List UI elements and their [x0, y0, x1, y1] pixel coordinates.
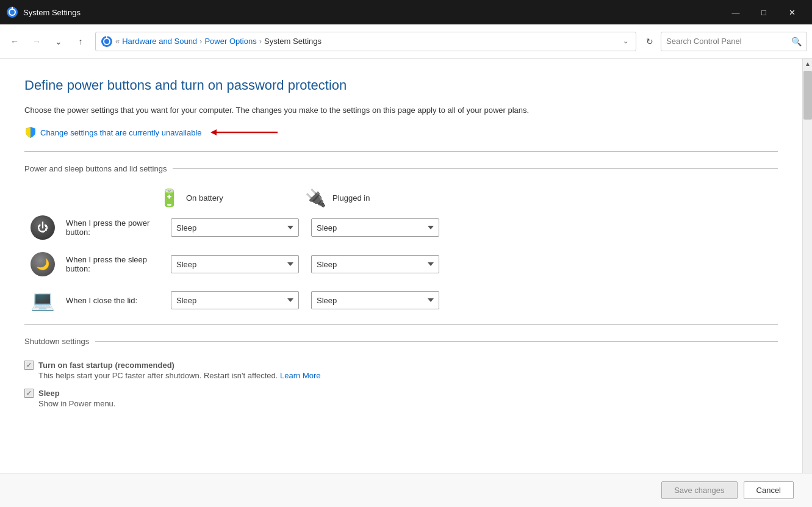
page-description: Choose the power settings that you want …: [24, 104, 549, 117]
save-changes-button: Save changes: [661, 481, 737, 499]
power-sleep-section-header: Power and sleep buttons and lid settings: [24, 164, 778, 173]
plugged-in-icon: 🔌: [305, 188, 326, 208]
power-button-row: ⏻ When I press the power button: Sleep D…: [24, 215, 778, 240]
sleep-button-battery-select[interactable]: Sleep Do nothing Hibernate Shut down Tur…: [171, 255, 299, 273]
on-battery-label: On battery: [186, 193, 223, 203]
breadcrumb-double-arrow: «: [115, 37, 120, 46]
minimize-button[interactable]: —: [722, 0, 750, 24]
red-arrow-annotation: [210, 126, 284, 139]
up-button[interactable]: ↑: [71, 32, 90, 51]
shutdown-section: Turn on fast startup (recommended) This …: [24, 361, 778, 408]
plugged-in-label: Plugged in: [332, 193, 370, 203]
address-dropdown-button[interactable]: ⌄: [620, 36, 631, 46]
app-icon: [6, 6, 18, 18]
bottom-spacer: [24, 408, 778, 445]
close-button[interactable]: ✕: [778, 0, 806, 24]
sleep-checkbox-row: Sleep: [24, 389, 778, 398]
fast-startup-checkbox[interactable]: [24, 361, 34, 370]
lid-close-row: 💻 When I close the lid: Sleep Do nothing…: [24, 289, 778, 312]
search-icon: 🔍: [791, 37, 802, 46]
lid-close-label: When I close the lid:: [61, 296, 159, 305]
sleep-shutdown-item: Sleep Show in Power menu.: [24, 389, 778, 408]
lid-close-plugged-select[interactable]: Sleep Do nothing Hibernate Shut down Tur…: [311, 291, 439, 309]
refresh-button[interactable]: ↻: [641, 33, 658, 50]
plugged-in-header: 🔌 Plugged in: [305, 188, 451, 208]
sleep-button-icon-area: 🌙: [24, 252, 61, 276]
address-bar-icon: [101, 35, 113, 48]
fast-startup-checkbox-row: Turn on fast startup (recommended): [24, 361, 778, 370]
page-title: Define power buttons and turn on passwor…: [24, 77, 778, 95]
search-bar[interactable]: 🔍: [661, 32, 807, 51]
cancel-button[interactable]: Cancel: [744, 481, 794, 499]
battery-icon: 🔋: [159, 188, 180, 208]
forward-button: →: [27, 32, 46, 51]
lid-close-icon-area: 💻: [24, 289, 61, 312]
breadcrumb-text: « Hardware and Sound › Power Options › S…: [115, 37, 618, 46]
lid-close-dropdowns: Sleep Do nothing Hibernate Shut down Tur…: [159, 291, 778, 309]
fast-startup-label: Turn on fast startup (recommended): [38, 361, 174, 370]
recent-pages-button[interactable]: ⌄: [49, 32, 68, 51]
sleep-button-label: When I press the sleep button:: [61, 255, 159, 273]
section-divider-1: [24, 151, 778, 152]
back-button[interactable]: ←: [5, 32, 24, 51]
main-container: Define power buttons and turn on passwor…: [0, 59, 812, 507]
sleep-shutdown-checkbox[interactable]: [24, 389, 34, 398]
breadcrumb-power-options[interactable]: Power Options: [204, 37, 256, 46]
titlebar: System Settings — □ ✕: [0, 0, 812, 24]
sleep-button-plugged-select[interactable]: Sleep Do nothing Hibernate Shut down Tur…: [311, 255, 439, 273]
learn-more-link[interactable]: Learn More: [280, 371, 320, 380]
breadcrumb-sep2: ›: [259, 37, 262, 46]
change-settings-row: Change settings that are currently unava…: [24, 126, 778, 139]
window-controls: — □ ✕: [722, 0, 806, 24]
scrollbar-up-arrow[interactable]: ▲: [803, 59, 812, 68]
power-button-plugged-select[interactable]: Sleep Do nothing Hibernate Shut down Tur…: [311, 218, 439, 237]
search-input[interactable]: [666, 37, 789, 46]
fast-startup-description: This helps start your PC faster after sh…: [24, 371, 778, 380]
sleep-button-dropdowns: Sleep Do nothing Hibernate Shut down Tur…: [159, 255, 778, 273]
fast-startup-item: Turn on fast startup (recommended) This …: [24, 361, 778, 380]
column-headers: 🔋 On battery 🔌 Plugged in: [24, 188, 778, 215]
shutdown-section-header: Shutdown settings: [24, 337, 778, 346]
content-area: Define power buttons and turn on passwor…: [0, 59, 802, 507]
scrollbar-track: ▲ ▼: [802, 59, 812, 507]
sleep-button-icon: 🌙: [31, 252, 55, 276]
svg-marker-7: [210, 129, 217, 135]
on-battery-header: 🔋 On battery: [159, 188, 305, 208]
navbar: ← → ⌄ ↑ « Hardware and Sound › Power Opt…: [0, 24, 812, 59]
power-sleep-section-label: Power and sleep buttons and lid settings: [24, 164, 167, 173]
breadcrumb-hardware-sound[interactable]: Hardware and Sound: [122, 37, 197, 46]
lid-close-battery-select[interactable]: Sleep Do nothing Hibernate Shut down Tur…: [171, 291, 299, 309]
breadcrumb-current: System Settings: [264, 37, 322, 46]
sleep-shutdown-label: Sleep: [38, 389, 60, 398]
uac-shield-icon: [24, 126, 37, 138]
sleep-shutdown-description: Show in Power menu.: [24, 399, 778, 408]
change-settings-link[interactable]: Change settings that are currently unava…: [40, 128, 202, 137]
sleep-button-row: 🌙 When I press the sleep button: Sleep D…: [24, 252, 778, 276]
power-button-icon: ⏻: [31, 215, 55, 240]
address-bar[interactable]: « Hardware and Sound › Power Options › S…: [95, 32, 636, 51]
bottom-bar: Save changes Cancel: [0, 473, 812, 507]
power-button-dropdowns: Sleep Do nothing Hibernate Shut down Tur…: [159, 218, 778, 237]
section-divider-2: [24, 324, 778, 325]
power-button-label: When I press the power button:: [61, 218, 159, 237]
lid-close-icon: 💻: [31, 289, 55, 312]
power-button-battery-select[interactable]: Sleep Do nothing Hibernate Shut down Tur…: [171, 218, 299, 237]
power-button-icon-area: ⏻: [24, 215, 61, 240]
breadcrumb-sep1: ›: [199, 37, 202, 46]
maximize-button[interactable]: □: [750, 0, 778, 24]
window-title: System Settings: [23, 8, 722, 17]
scrollbar-thumb[interactable]: [803, 71, 812, 120]
shutdown-section-label: Shutdown settings: [24, 337, 89, 346]
